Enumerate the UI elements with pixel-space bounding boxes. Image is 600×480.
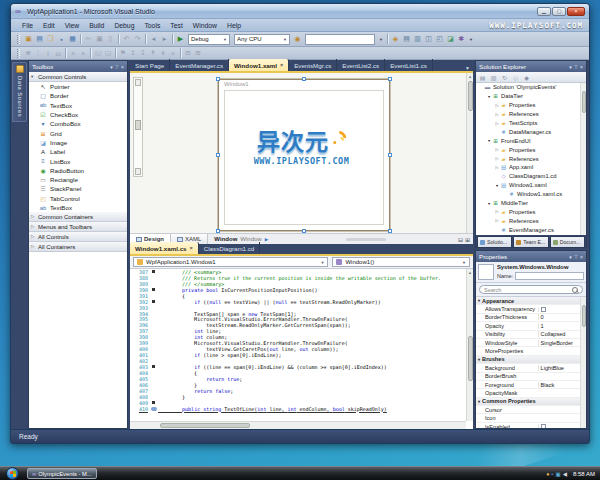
view-class-diagram-button[interactable]: ◇: [511, 73, 520, 82]
close-tab-icon[interactable]: ×: [280, 62, 283, 68]
wpf-designer[interactable]: Window1 异次元 WWW.IPLAYSOFT: [130, 73, 473, 233]
solution-explorer-header[interactable]: Solution Explorer ▾ ⊤ ×: [476, 61, 586, 72]
property-value[interactable]: Collapsed: [538, 331, 586, 337]
designer-zoom-slider[interactable]: [133, 77, 143, 177]
toggle-outlining-button[interactable]: ⊟: [183, 48, 193, 58]
member-list-button[interactable]: ≣: [23, 48, 33, 58]
tree-item-window1-xaml[interactable]: ▾▤Window1.xaml: [476, 181, 586, 190]
toolbox-item-checkbox[interactable]: ☑CheckBox: [29, 110, 127, 119]
new-project-button[interactable]: ▣: [23, 34, 34, 45]
toolbar-overflow-icon[interactable]: ▼: [377, 37, 385, 42]
decrease-indent-button[interactable]: «: [68, 48, 78, 58]
tree-item-eventmanager-cs[interactable]: #EventManager.cs: [476, 225, 586, 234]
tab-classdiagram1-cd[interactable]: ClassDiagram1.cd: [199, 242, 261, 254]
tab-start page[interactable]: Start Page: [130, 59, 170, 71]
navigate-backward-button[interactable]: ◂: [148, 34, 159, 45]
split-vertical-icon[interactable]: ⊞: [465, 236, 470, 243]
code-vertical-scrollbar[interactable]: ▲: [466, 269, 473, 421]
tree-item-properties[interactable]: ▷▰Properties: [476, 101, 586, 110]
property-row-foreground[interactable]: ForegroundBlack: [476, 381, 586, 389]
property-row-windowstyle[interactable]: WindowStyleSingleBorder: [476, 339, 586, 347]
toolbox-section-menus-and-toolbars[interactable]: ▷Menus and Toolbars: [29, 222, 127, 232]
property-category-appearance[interactable]: ▾Appearance: [476, 297, 586, 305]
menu-debug[interactable]: Debug: [109, 22, 139, 29]
tree-item-frontendui[interactable]: ▾⊞FrontEndUI: [476, 136, 586, 145]
menu-build[interactable]: Build: [84, 22, 109, 29]
tree-item-testscripts[interactable]: ▷▰TestScripts: [476, 119, 586, 128]
toolbox-section-all-controls[interactable]: ▷All Controls: [29, 232, 127, 242]
tree-item-datamanager-cs[interactable]: #DataManager.cs: [476, 127, 586, 136]
toolbox-item-textbox[interactable]: abTextBox: [29, 101, 127, 110]
code-editor[interactable]: 387 /// <summary>388 /// Returns true if…: [130, 269, 473, 429]
clear-bookmarks-button[interactable]: ×: [168, 48, 178, 58]
tree-item-middletier[interactable]: ▾⊞MiddleTier: [476, 199, 586, 208]
toolbar-grip[interactable]: [17, 49, 20, 58]
selection-handle[interactable]: [388, 153, 392, 157]
toolbar-grip[interactable]: [17, 35, 20, 44]
window-position-icon[interactable]: ▾: [569, 64, 572, 70]
menu-test[interactable]: Test: [165, 22, 187, 29]
pin-icon[interactable]: ⊤: [574, 64, 578, 70]
refresh-button[interactable]: ↻: [500, 73, 509, 82]
save-button[interactable]: ▪: [56, 34, 67, 45]
property-row-opacitymask[interactable]: OpacityMask: [476, 389, 586, 397]
toolbox-item-combobox[interactable]: ▾ComboBox: [29, 119, 127, 128]
selection-handle[interactable]: [302, 229, 306, 233]
tab-eventmanager-cs[interactable]: EventManager.cs: [170, 59, 229, 71]
tree-item-references[interactable]: ▷▰References: [476, 110, 586, 119]
properties-scrollbar[interactable]: [580, 297, 586, 428]
menu-help[interactable]: Help: [222, 22, 246, 29]
properties-window-button[interactable]: ▤: [401, 34, 412, 45]
toolbox-item-stackpanel[interactable]: ☰StackPanel: [29, 184, 127, 193]
collapse-outlining-button[interactable]: ⊞: [193, 48, 203, 58]
solution-configuration-combo[interactable]: Debug▼: [188, 34, 230, 45]
parameter-info-button[interactable]: ⋮: [33, 48, 43, 58]
solution-platform-combo[interactable]: Any CPU▼: [234, 34, 290, 45]
toolbox-item-radiobutton[interactable]: ◉RadioButton: [29, 166, 127, 175]
messenger-icon[interactable]: ▪: [552, 471, 554, 477]
maximize-button[interactable]: ▢: [552, 7, 566, 16]
toolbox-item-image[interactable]: ◪Image: [29, 138, 127, 147]
find-combo-input[interactable]: [305, 34, 375, 45]
close-icon[interactable]: ×: [580, 64, 583, 70]
tree-item-window1-xaml-cs[interactable]: #Window1.xaml.cs: [476, 190, 586, 199]
cut-button[interactable]: ✂: [83, 34, 94, 45]
pin-icon[interactable]: ⊤: [574, 254, 578, 260]
property-value[interactable]: [538, 424, 586, 428]
designer-vertical-scrollbar[interactable]: ▲: [466, 73, 473, 233]
zoom-percent-button[interactable]: [135, 168, 141, 175]
property-value[interactable]: 0: [538, 314, 586, 320]
next-bookmark-button[interactable]: ↧: [138, 48, 148, 58]
previous-bookmark-folder-button[interactable]: ↟: [148, 48, 158, 58]
redo-button[interactable]: ↷: [132, 34, 143, 45]
toolbox-item-grid[interactable]: ⊞Grid: [29, 128, 127, 137]
update-icon[interactable]: ●: [546, 471, 549, 477]
minimize-button[interactable]: ▁: [537, 7, 551, 16]
property-row-icon[interactable]: Icon: [476, 414, 586, 422]
property-value[interactable]: 1: [538, 323, 586, 329]
find-in-files-button[interactable]: ◈: [390, 34, 401, 45]
extension-manager-button[interactable]: ✱: [456, 34, 467, 45]
menu-window[interactable]: Window: [188, 22, 222, 29]
data-sources-tab[interactable]: Data Sources: [12, 62, 27, 122]
start-page-button[interactable]: ◪: [445, 34, 456, 45]
property-row-cursor[interactable]: Cursor: [476, 406, 586, 414]
property-value[interactable]: [538, 307, 586, 312]
close-button[interactable]: ×: [567, 7, 585, 16]
tree-scrollbar[interactable]: [580, 83, 586, 235]
menu-view[interactable]: View: [60, 22, 85, 29]
solution-explorer-button[interactable]: ▥: [412, 34, 423, 45]
property-value[interactable]: Black: [538, 382, 586, 388]
toggle-bookmark-button[interactable]: ⚑: [118, 48, 128, 58]
close-tab-icon[interactable]: ×: [190, 245, 193, 251]
tree-item-references[interactable]: ▷▰References: [476, 216, 586, 225]
toolbox-section-common-containers[interactable]: ▷Common Containers: [29, 212, 127, 222]
show-all-files-button[interactable]: ▥: [489, 73, 498, 82]
name-input[interactable]: [515, 272, 584, 280]
close-icon[interactable]: ×: [580, 254, 583, 260]
menu-edit[interactable]: Edit: [38, 22, 60, 29]
uncomment-selection-button[interactable]: ◲: [103, 48, 113, 58]
start-button[interactable]: [6, 467, 19, 480]
increase-indent-button[interactable]: »: [78, 48, 88, 58]
selection-handle[interactable]: [388, 77, 392, 81]
